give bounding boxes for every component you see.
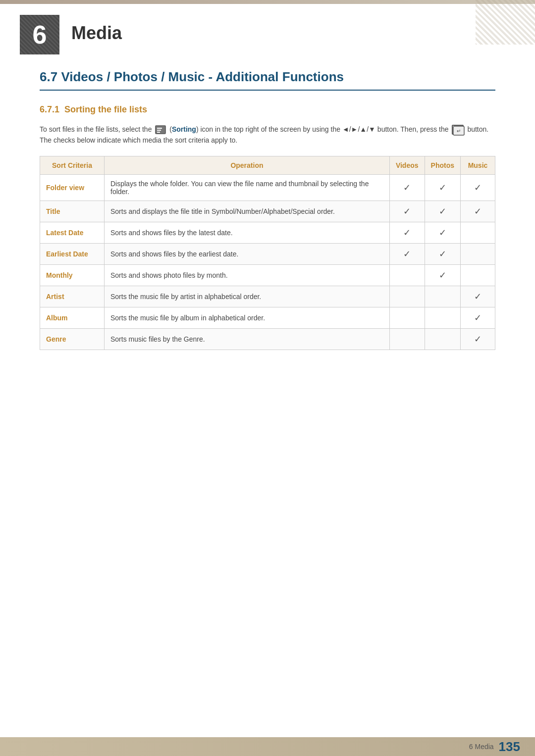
check-music: ✓: [461, 201, 495, 222]
sorting-icon: [155, 125, 166, 134]
table-row: ArtistSorts the music file by artist in …: [40, 286, 495, 307]
subsection-title: Sorting the file lists: [64, 104, 147, 114]
chapter-number: 6: [33, 20, 47, 50]
criteria-cell: Title: [40, 201, 105, 222]
criteria-cell: Artist: [40, 286, 105, 307]
table-row: AlbumSorts the music file by album in al…: [40, 307, 495, 328]
operation-cell: Sorts and shows files by the latest date…: [105, 222, 390, 243]
sort-table: Sort Criteria Operation Videos Photos Mu…: [40, 156, 495, 350]
check-videos: [389, 307, 425, 328]
intro-part3: button. Then, press the: [377, 125, 449, 133]
section-heading: 6.7 Videos / Photos / Music - Additional…: [40, 69, 495, 91]
subsection-number: 6.7.1: [40, 104, 59, 114]
check-music: ✓: [461, 307, 495, 328]
table-row: Earliest DateSorts and shows files by th…: [40, 243, 495, 264]
section-title: Videos / Photos / Music - Additional Fun…: [61, 69, 344, 84]
criteria-cell: Album: [40, 307, 105, 328]
check-photos: ✓: [425, 222, 460, 243]
main-content: 6.7 Videos / Photos / Music - Additional…: [0, 64, 535, 380]
header-music: Music: [461, 156, 495, 174]
table-row: MonthlySorts and shows photo files by mo…: [40, 264, 495, 286]
svg-rect-3: [157, 132, 160, 133]
check-music: [461, 264, 495, 286]
check-music: ✓: [461, 328, 495, 350]
enter-button-icon: ↵: [452, 125, 464, 135]
table-header-row: Sort Criteria Operation Videos Photos Mu…: [40, 156, 495, 174]
subsection-heading: 6.7.1 Sorting the file lists: [40, 104, 495, 115]
footer-chapter-label: 6 Media: [469, 743, 494, 751]
table-row: Folder viewDisplays the whole folder. Yo…: [40, 174, 495, 201]
nav-arrows: ◄/►/▲/▼: [342, 125, 375, 133]
chapter-header: 6 Media: [0, 0, 535, 64]
check-photos: ✓: [425, 243, 460, 264]
intro-part1: To sort files in the file lists, select …: [40, 125, 152, 133]
check-photos: [425, 307, 460, 328]
table-row: GenreSorts music files by the Genre.✓: [40, 328, 495, 350]
header-sort-criteria: Sort Criteria: [40, 156, 105, 174]
svg-text:↵: ↵: [457, 128, 461, 134]
criteria-cell: Genre: [40, 328, 105, 350]
intro-paragraph: To sort files in the file lists, select …: [40, 124, 495, 146]
check-videos: ✓: [389, 174, 425, 201]
chapter-number-box: 6: [20, 15, 59, 54]
header-photos: Photos: [425, 156, 460, 174]
header-videos: Videos: [389, 156, 425, 174]
deco-lines: [476, 0, 535, 45]
check-photos: [425, 328, 460, 350]
check-music: ✓: [461, 174, 495, 201]
check-photos: ✓: [425, 201, 460, 222]
check-music: [461, 222, 495, 243]
check-photos: ✓: [425, 174, 460, 201]
operation-cell: Sorts the music file by album in alphabe…: [105, 307, 390, 328]
operation-cell: Sorts the music file by artist in alphab…: [105, 286, 390, 307]
check-photos: ✓: [425, 264, 460, 286]
check-videos: ✓: [389, 243, 425, 264]
section-number: 6.7: [40, 69, 57, 84]
criteria-cell: Folder view: [40, 174, 105, 201]
check-music: ✓: [461, 286, 495, 307]
criteria-cell: Monthly: [40, 264, 105, 286]
chapter-title: Media: [71, 15, 122, 44]
criteria-cell: Earliest Date: [40, 243, 105, 264]
sorting-label: Sorting: [172, 125, 196, 133]
intro-part2: icon in the top right of the screen by u…: [200, 125, 340, 133]
check-videos: [389, 264, 425, 286]
svg-rect-1: [157, 128, 162, 129]
footer-page-number: 135: [499, 739, 520, 755]
table-row: Latest DateSorts and shows files by the …: [40, 222, 495, 243]
header-operation: Operation: [105, 156, 390, 174]
criteria-cell: Latest Date: [40, 222, 105, 243]
check-videos: [389, 328, 425, 350]
svg-rect-2: [157, 130, 161, 131]
operation-cell: Sorts music files by the Genre.: [105, 328, 390, 350]
operation-cell: Sorts and shows photo files by month.: [105, 264, 390, 286]
table-row: TitleSorts and displays the file title i…: [40, 201, 495, 222]
operation-cell: Displays the whole folder. You can view …: [105, 174, 390, 201]
check-videos: [389, 286, 425, 307]
operation-cell: Sorts and displays the file title in Sym…: [105, 201, 390, 222]
check-photos: [425, 286, 460, 307]
check-videos: ✓: [389, 201, 425, 222]
operation-cell: Sorts and shows files by the earliest da…: [105, 243, 390, 264]
check-videos: ✓: [389, 222, 425, 243]
check-music: [461, 243, 495, 264]
footer-bar: 6 Media 135: [0, 737, 535, 756]
